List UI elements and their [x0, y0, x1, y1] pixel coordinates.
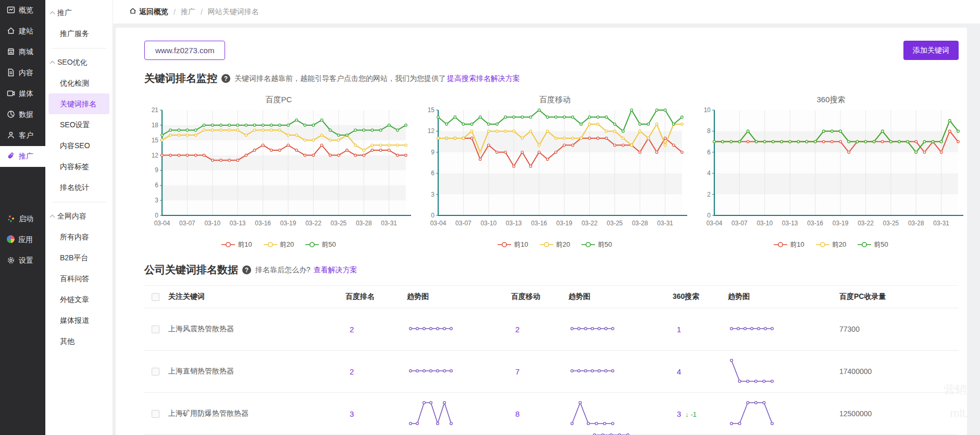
view-solution-link[interactable]: 查看解决方案 — [314, 265, 357, 275]
svg-text:9: 9 — [431, 149, 435, 156]
sparkline-baidu-mobile — [568, 399, 673, 429]
content-card: www.fz0273.com 添加关键词 关键词排名监控 ? 关键词排名越靠前，… — [116, 28, 967, 435]
row-checkbox[interactable] — [152, 410, 159, 418]
legend-item[interactable]: 前10 — [774, 240, 804, 249]
rank-360-value: 3 — [677, 409, 681, 418]
svg-text:03-25: 03-25 — [331, 220, 347, 227]
subnav-item-keyword-rank[interactable]: 关键词排名 — [48, 93, 109, 114]
domain-button[interactable]: www.fz0273.com — [144, 41, 225, 60]
subnav-group-seo[interactable]: SEO优化 — [45, 53, 113, 72]
sidebar-item-label: 客户 — [19, 131, 33, 140]
topbar: 返回概览 / 推广 / 网站关键词排名 — [113, 0, 980, 23]
col-trend-3: 趋势图 — [728, 292, 839, 301]
improve-rank-link[interactable]: 提高搜索排名解决方案 — [447, 74, 520, 83]
subnav-item-baike[interactable]: 百科问答 — [45, 268, 113, 289]
svg-text:10: 10 — [704, 107, 711, 114]
subnav-item-other[interactable]: 其他 — [45, 331, 113, 352]
sidebar-item-label: 内容 — [19, 68, 33, 78]
sidebar-item-content[interactable]: 内容 — [0, 63, 45, 83]
help-icon[interactable]: ? — [221, 74, 230, 83]
sidebar-item-apps[interactable]: 应用 — [0, 229, 45, 250]
subnav-item-content-tags[interactable]: 内容标签 — [45, 156, 113, 177]
breadcrumb-back[interactable]: 返回概览 — [129, 7, 168, 17]
row-checkbox[interactable] — [152, 368, 159, 376]
sidebar-item-build[interactable]: 建站 — [0, 21, 45, 42]
legend-item[interactable]: 前10 — [221, 240, 252, 249]
svg-text:03-10: 03-10 — [204, 220, 220, 227]
breadcrumb-promotion[interactable]: 推广 — [181, 7, 195, 17]
subnav-item-b2b[interactable]: B2B平台 — [45, 247, 113, 268]
monitor-section-desc: 关键词排名越靠前，越能引导客户点击您的网站，我们为您提供了 — [234, 74, 446, 83]
sidebar-item-promotion[interactable]: 推广 — [0, 146, 45, 167]
subnav-item-content-seo[interactable]: 内容SEO — [45, 135, 113, 156]
subnav-item-all-content[interactable]: 所有内容 — [45, 226, 113, 247]
svg-text:03-13: 03-13 — [506, 220, 522, 227]
toolbar: www.fz0273.com 添加关键词 — [144, 41, 959, 60]
sidebar-item-media[interactable]: 媒体 — [0, 83, 45, 104]
sidebar-item-data[interactable]: 数据 — [0, 104, 45, 125]
subnav-group-label: 推广 — [57, 8, 72, 18]
sidebar-item-customer[interactable]: 客户 — [0, 125, 45, 146]
sidebar-item-settings[interactable]: 设置 — [0, 250, 45, 271]
legend-item[interactable]: 前50 — [305, 240, 336, 249]
sparkline-360 — [728, 315, 839, 344]
svg-text:21: 21 — [152, 107, 159, 114]
sidebar-item-mall[interactable]: 商城 — [0, 42, 45, 63]
legend-item[interactable]: 前50 — [858, 240, 888, 249]
svg-text:0: 0 — [431, 212, 435, 219]
baidu-pc-rank: 2 — [345, 325, 407, 334]
breadcrumb-separator: / — [173, 8, 176, 16]
help-icon[interactable]: ? — [242, 265, 251, 274]
subnav-item-promotion-service[interactable]: 推广服务 — [45, 23, 113, 44]
divider — [52, 48, 106, 49]
svg-text:6: 6 — [155, 182, 158, 189]
add-keyword-button[interactable]: 添加关键词 — [903, 41, 959, 60]
sidebar-item-label: 商城 — [19, 47, 33, 57]
subnav-item-media-report[interactable]: 媒体报道 — [45, 310, 113, 331]
watermark: 营销S mlt.c — [944, 378, 967, 426]
sidebar-item-overview[interactable]: 概览 — [0, 0, 45, 21]
sidebar-item-label: 数据 — [19, 110, 33, 119]
svg-text:03-22: 03-22 — [581, 220, 598, 227]
row-checkbox[interactable] — [152, 325, 159, 333]
legend-item[interactable]: 前20 — [540, 240, 570, 249]
legend-item[interactable]: 前20 — [816, 240, 846, 249]
sidebar-item-launch[interactable]: 启动 — [0, 209, 45, 229]
sparkline-baidu-mobile — [568, 357, 673, 386]
sparkline-baidu-pc — [407, 357, 511, 386]
subnav-item-rank-stats[interactable]: 排名统计 — [45, 177, 113, 198]
svg-text:03-19: 03-19 — [280, 220, 296, 227]
table-header-row: 关注关键词 百度排名 趋势图 百度移动 趋势图 360搜索 趋势图 百度PC收录… — [144, 285, 959, 308]
svg-text:2: 2 — [707, 191, 711, 198]
svg-text:03-28: 03-28 — [356, 220, 372, 227]
keyword-table: 关注关键词 百度排名 趋势图 百度移动 趋势图 360搜索 趋势图 百度PC收录… — [144, 285, 959, 435]
sidebar-item-label: 应用 — [18, 235, 33, 245]
svg-text:03-13: 03-13 — [230, 220, 246, 227]
svg-text:6: 6 — [431, 170, 435, 177]
chart-title: 360搜索 — [697, 95, 965, 105]
subnav-group-promotion[interactable]: 推广 — [45, 3, 113, 23]
legend-item[interactable]: 前20 — [264, 240, 294, 249]
keyword-cell: 上海风震热管散热器 — [168, 324, 345, 334]
home-icon — [7, 27, 15, 37]
svg-text:03-19: 03-19 — [556, 220, 573, 227]
chart-legend: 前10前20前50 — [144, 240, 413, 249]
legend-item[interactable]: 前50 — [581, 240, 612, 249]
monitor-section-title: 关键词排名监控 — [144, 71, 217, 86]
keyword-cell: 上海直销热管散热器 — [168, 367, 345, 376]
baidu-pc-rank: 2 — [345, 367, 407, 376]
legend-item[interactable]: 前10 — [498, 240, 528, 249]
subnav-group-allnet-content[interactable]: 全网内容 — [45, 207, 113, 226]
col-baidu-rank: 百度排名 — [345, 292, 407, 301]
svg-text:6: 6 — [707, 149, 711, 156]
svg-text:03-04: 03-04 — [430, 220, 446, 227]
store-icon — [7, 47, 15, 57]
table-row: 上海风震热管散热器 2 2 1 77300 — [144, 308, 959, 351]
select-all-checkbox[interactable] — [152, 293, 159, 301]
chevron-up-icon — [50, 215, 55, 220]
subnav-item-optimize-check[interactable]: 优化检测 — [45, 72, 113, 93]
svg-text:03-10: 03-10 — [480, 220, 497, 227]
subnav-item-seo-settings[interactable]: SEO设置 — [45, 114, 113, 135]
gear-icon — [7, 256, 15, 266]
subnav-item-outlink[interactable]: 外链文章 — [45, 289, 113, 310]
